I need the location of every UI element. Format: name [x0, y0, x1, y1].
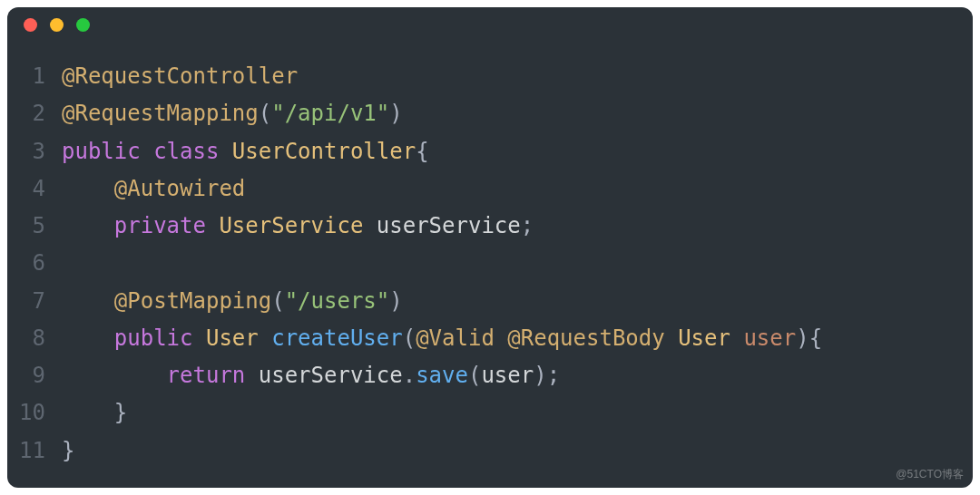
- code-line: 11}: [7, 432, 973, 470]
- code-line: 3public class UserController{: [7, 133, 973, 170]
- code-token: ): [389, 101, 402, 126]
- code-token: createUser: [271, 325, 403, 351]
- code-token: @Autowired: [114, 176, 246, 201]
- code-token: [62, 363, 167, 388]
- minimize-icon[interactable]: [50, 18, 64, 32]
- code-content: @PostMapping("/users"): [62, 283, 403, 320]
- code-editor-window: 1@RequestController2@RequestMapping("/ap…: [7, 7, 973, 488]
- window-titlebar: [7, 7, 973, 42]
- code-token: [665, 325, 678, 351]
- code-token: return: [167, 363, 246, 388]
- line-number: 3: [7, 133, 62, 170]
- code-line: 6: [7, 245, 973, 282]
- code-content: @RequestController: [62, 58, 298, 95]
- code-line: 4 @Autowired: [7, 170, 973, 208]
- code-token: [219, 139, 231, 164]
- code-token: [206, 213, 219, 238]
- code-token: [730, 325, 743, 351]
- code-token: UserService: [219, 213, 363, 238]
- code-token: public: [62, 139, 141, 164]
- code-token: }: [62, 438, 74, 463]
- code-token: [62, 176, 114, 201]
- code-content: private UserService userService;: [62, 208, 534, 245]
- code-token: @PostMapping: [114, 288, 271, 314]
- code-token: user: [481, 363, 534, 388]
- line-number: 5: [7, 208, 62, 245]
- code-content: return userService.save(user);: [62, 357, 560, 394]
- code-token: private: [114, 213, 206, 238]
- code-line: 1@RequestController: [7, 58, 973, 95]
- code-content: }: [62, 432, 74, 470]
- code-token: );: [534, 363, 560, 388]
- code-token: UserController: [232, 139, 416, 164]
- code-token: [495, 325, 507, 351]
- code-line: 2@RequestMapping("/api/v1"): [7, 95, 973, 132]
- code-token: (: [259, 101, 271, 126]
- code-token: @Valid: [416, 325, 495, 351]
- code-token: userService: [363, 213, 520, 238]
- code-token: @RequestBody: [507, 325, 664, 351]
- code-token: [193, 325, 206, 351]
- code-token: {: [416, 139, 428, 164]
- code-token: [62, 288, 114, 314]
- code-line: 7 @PostMapping("/users"): [7, 283, 973, 320]
- code-token: userService: [245, 363, 402, 388]
- code-token: .: [403, 363, 416, 388]
- code-token: User: [678, 325, 730, 351]
- code-token: ): [389, 288, 402, 314]
- code-token: ;: [521, 213, 534, 238]
- code-content: }: [62, 394, 127, 432]
- watermark-text: @51CTO博客: [896, 467, 964, 482]
- code-token: @RequestMapping: [62, 101, 259, 126]
- code-token: [62, 400, 114, 425]
- code-content: @Autowired: [62, 170, 245, 208]
- line-number: 8: [7, 320, 62, 357]
- code-line: 10 }: [7, 394, 973, 432]
- code-token: @RequestController: [62, 63, 298, 89]
- code-token: [62, 213, 114, 238]
- code-token: save: [416, 363, 468, 388]
- code-token: }: [114, 400, 127, 425]
- line-number: 7: [7, 283, 62, 320]
- code-line: 9 return userService.save(user);: [7, 357, 973, 394]
- code-content: @RequestMapping("/api/v1"): [62, 95, 403, 132]
- code-token: "/users": [285, 288, 390, 314]
- code-token: [62, 325, 114, 351]
- line-number: 6: [7, 245, 62, 282]
- code-area: 1@RequestController2@RequestMapping("/ap…: [7, 42, 973, 480]
- code-token: (: [403, 325, 416, 351]
- code-line: 5 private UserService userService;: [7, 208, 973, 245]
- code-token: user: [743, 325, 796, 351]
- code-content: public class UserController{: [62, 133, 429, 170]
- line-number: 1: [7, 58, 62, 95]
- line-number: 9: [7, 357, 62, 394]
- code-token: public: [114, 325, 193, 351]
- code-content: public User createUser(@Valid @RequestBo…: [62, 320, 822, 357]
- line-number: 2: [7, 95, 62, 132]
- maximize-icon[interactable]: [76, 18, 90, 32]
- line-number: 11: [7, 432, 62, 470]
- code-token: class: [153, 139, 219, 164]
- code-token: [259, 325, 271, 351]
- code-token: (: [468, 363, 481, 388]
- code-token: User: [206, 325, 259, 351]
- code-token: (: [271, 288, 284, 314]
- line-number: 4: [7, 170, 62, 208]
- line-number: 10: [7, 394, 62, 432]
- code-token: ){: [796, 325, 822, 351]
- code-line: 8 public User createUser(@Valid @Request…: [7, 320, 973, 357]
- close-icon[interactable]: [24, 18, 37, 32]
- code-token: [141, 139, 153, 164]
- code-token: "/api/v1": [271, 101, 389, 126]
